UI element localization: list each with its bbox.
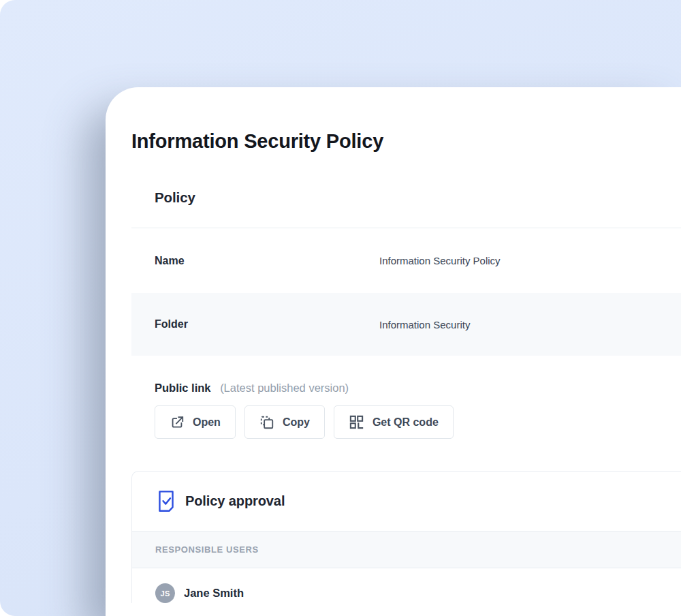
copy-button[interactable]: Copy	[244, 405, 325, 439]
policy-section-heading: Policy	[155, 189, 681, 206]
qr-code-icon	[349, 414, 364, 430]
avatar: JS	[155, 583, 175, 603]
document-check-icon	[157, 491, 175, 512]
field-row-name: Name Information Security Policy	[131, 228, 681, 293]
button-label: Get QR code	[373, 416, 439, 429]
external-link-icon	[170, 415, 185, 430]
policy-approval-heading: Policy approval	[185, 491, 285, 512]
get-qr-code-button[interactable]: Get QR code	[334, 405, 454, 439]
field-label: Folder	[155, 318, 379, 330]
page-title: Information Security Policy	[131, 129, 681, 153]
user-name: Jane Smith	[184, 587, 244, 600]
public-link-line: Public link (Latest published version)	[155, 381, 681, 395]
policy-approval-header: Policy approval	[132, 472, 681, 531]
field-value: Information Security Policy	[379, 255, 501, 266]
policy-approval-section: Policy approval RESPONSIBLE USERS JS Jan…	[131, 471, 681, 603]
field-value: Information Security	[379, 319, 470, 330]
field-row-folder: Folder Information Security	[131, 293, 681, 356]
policy-detail-card: Information Security Policy Policy Name …	[106, 87, 681, 616]
user-list-item: JS Jane Smith	[132, 568, 681, 603]
open-button[interactable]: Open	[155, 405, 236, 439]
button-label: Copy	[283, 416, 310, 429]
public-link-note: (Latest published version)	[220, 382, 349, 394]
field-label: Name	[155, 255, 379, 267]
public-link-label: Public link	[155, 382, 211, 394]
public-link-actions: Open Copy Get QR code	[155, 405, 681, 439]
copy-icon	[259, 415, 274, 430]
button-label: Open	[193, 416, 221, 429]
responsible-users-label: RESPONSIBLE USERS	[132, 531, 681, 568]
